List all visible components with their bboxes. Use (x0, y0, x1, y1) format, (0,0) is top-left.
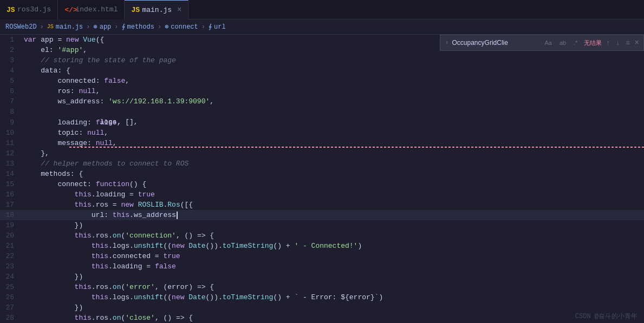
code-line: 28 this.ros.on('close', () => { (0, 313, 644, 323)
code-line: 6 ros: null, (0, 86, 644, 96)
search-options: Aa ab .* (542, 38, 581, 47)
code-line: 27 }) (0, 302, 644, 313)
tab-label: main.js (142, 6, 172, 14)
tab-bar: JS ros3d.js </> index.html JS main.js × (0, 0, 644, 19)
code-line: 19 }) (0, 220, 644, 230)
breadcrumb-connect-icon: ⊛ (165, 23, 168, 31)
code-line: 24 }) (0, 272, 644, 282)
code-line: 4 data: { (0, 65, 644, 76)
code-line: 3 // storing the state of the page (0, 55, 644, 65)
search-next-button[interactable]: ↓ (615, 39, 621, 47)
code-line: 25 this.ros.on('error', (error) => { (0, 282, 644, 292)
breadcrumb: ROSWeb2D › JS main.js › ⊛ app › ∮ method… (0, 19, 644, 35)
search-list-button[interactable]: ≡ (625, 39, 632, 47)
code-line: 23 this.loading = false (0, 261, 644, 272)
code-line: 12 }, (0, 148, 644, 159)
js-breadcrumb-icon: JS (47, 24, 54, 30)
tab-ros3d[interactable]: JS ros3d.js (0, 0, 58, 19)
search-prev-button[interactable]: ↑ (605, 39, 612, 47)
search-close-button[interactable]: × (635, 38, 639, 47)
tab-label: index.html (75, 5, 118, 14)
editor: › Aa ab .* 无结果 ↑ ↓ ≡ × 1 var app = new V… (0, 35, 644, 323)
search-regex-button[interactable]: .* (571, 38, 580, 47)
breadcrumb-app: app (100, 23, 112, 31)
code-line: 20 this.ros.on('connection', () => { (0, 230, 644, 241)
tab-index[interactable]: </> index.html (58, 0, 125, 19)
breadcrumb-root: ROSWeb2D (5, 23, 37, 31)
code-line: 26 this.logs.unshift((new Date()).toTime… (0, 292, 644, 302)
code-line: 14 methods: { (0, 169, 644, 179)
breadcrumb-methods: methods (127, 23, 154, 31)
breadcrumb-url: url (214, 23, 226, 31)
breadcrumb-app-icon: ⊛ (93, 23, 97, 31)
search-no-result: 无结果 (584, 39, 602, 47)
breadcrumb-file: main.js (56, 23, 83, 31)
code-line-cursor: 18 url: this.ws_address (0, 210, 644, 220)
js-icon: JS (6, 6, 14, 14)
code-line: 7 ws_address: 'ws://192.168.1.39:9090', (0, 96, 644, 107)
code-line: 15 connect: function() { (0, 179, 644, 189)
code-line: 21 this.logs.unshift((new Date()).toTime… (0, 241, 644, 251)
watermark: CSDN @奋斗的小青年 (575, 312, 638, 321)
code-area: 1 var app = new Vue({ 2 el: '#app', 3 //… (0, 35, 644, 323)
code-line: 13 // helper methods to connect to ROS (0, 159, 644, 169)
breadcrumb-connect: connect (171, 23, 198, 31)
breadcrumb-methods-icon: ∮ (122, 23, 125, 31)
code-line: 8 logs. [], (0, 107, 644, 117)
tab-main[interactable]: JS main.js × (125, 0, 188, 19)
js-icon: JS (131, 6, 139, 14)
code-line: 17 this.ros = new ROSLIB.Ros([{ (0, 200, 644, 210)
editor-container: JS ros3d.js </> index.html JS main.js × … (0, 0, 644, 323)
html-icon: </> (64, 6, 72, 14)
breadcrumb-url-icon: ∮ (209, 23, 212, 31)
code-line: 5 connected: false, (0, 76, 644, 86)
search-input[interactable] (452, 39, 539, 47)
code-line: 16 this.loading = true (0, 189, 644, 200)
code-line: 22 this.connected = true (0, 251, 644, 261)
tab-label: ros3d.js (17, 5, 51, 14)
search-expand-icon: › (445, 39, 448, 47)
search-widget: › Aa ab .* 无结果 ↑ ↓ ≡ × (440, 35, 644, 51)
tab-close-button[interactable]: × (177, 5, 181, 14)
search-case-sensitive-button[interactable]: Aa (542, 38, 555, 47)
search-whole-word-button[interactable]: ab (557, 38, 569, 47)
